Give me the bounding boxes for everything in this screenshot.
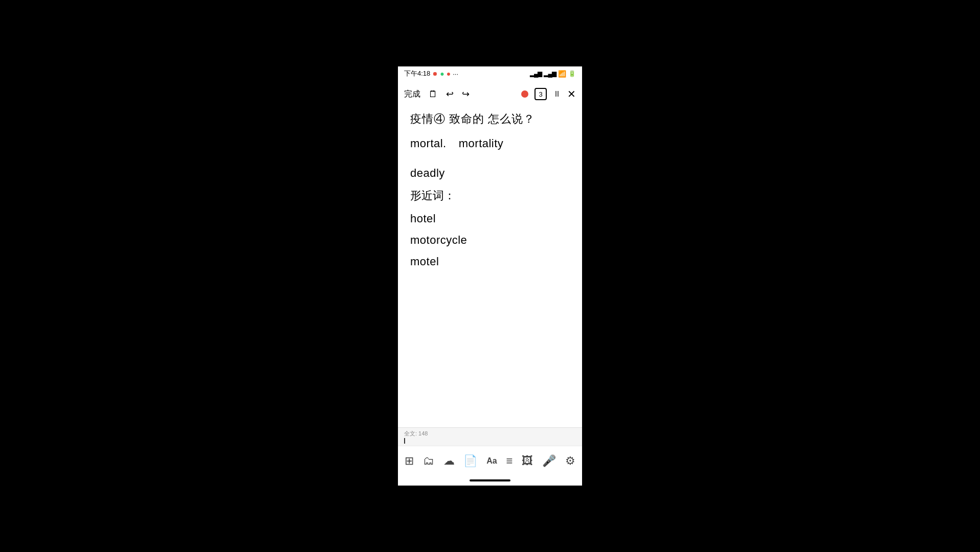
- save-icon[interactable]: 🗒: [429, 89, 438, 100]
- bottom-toolbar: ⊞ 🗂 ☁ 📄 Aa ≡ 🖼 🎤 ⚙: [398, 446, 582, 475]
- card-icon: 🗂: [423, 454, 434, 468]
- done-button[interactable]: 完成: [404, 89, 420, 100]
- status-left: 下午4:18 ⏺ ● ● ···: [404, 69, 458, 78]
- document-title: 疫情④ 致命的 怎么说？: [410, 111, 570, 127]
- wifi-icon: 📶: [558, 70, 566, 78]
- status-dot-red: ●: [447, 70, 451, 78]
- toolbar-right: 3 ⏸ ✕: [521, 88, 576, 100]
- cloud-icon: ☁: [443, 454, 455, 468]
- mortality-word: mortality: [459, 137, 504, 150]
- settings-tool[interactable]: ⚙: [565, 454, 575, 468]
- mic-icon: 🎤: [542, 454, 556, 468]
- page-icon: 📄: [463, 454, 477, 468]
- align-tool[interactable]: ≡: [506, 454, 513, 468]
- cloud-tool[interactable]: ☁: [443, 454, 455, 468]
- document-content[interactable]: 疫情④ 致命的 怎么说？ mortal. mortality deadly 形近…: [398, 107, 582, 427]
- word-count-label: 全文: 148: [404, 430, 428, 438]
- editor-toolbar: 完成 🗒 ↩ ↪ 3 ⏸ ✕: [398, 81, 582, 107]
- toolbar-left: 完成 🗒 ↩ ↪: [404, 88, 470, 100]
- page-tool[interactable]: 📄: [463, 454, 477, 468]
- phone-container: 下午4:18 ⏺ ● ● ··· ▂▄▆ ▂▄▆ 📶 🔋 完成 🗒 ↩ ↪ 3 …: [398, 66, 582, 486]
- mortal-abbr: mortal.: [410, 137, 447, 150]
- status-ellipsis: ···: [453, 70, 458, 78]
- signal-icon2: ▂▄▆: [544, 70, 556, 77]
- home-indicator-bar: [470, 479, 510, 481]
- signal-icon: ▂▄▆: [530, 70, 542, 77]
- align-icon: ≡: [506, 454, 513, 468]
- settings-icon: ⚙: [565, 454, 575, 468]
- mortal-row: mortal. mortality: [410, 137, 570, 158]
- grid-icon: ⊞: [405, 454, 414, 468]
- grid-tool[interactable]: ⊞: [405, 454, 414, 468]
- time-display: 下午4:18: [404, 69, 430, 78]
- status-dot-green: ●: [440, 70, 444, 78]
- battery-icon: 🔋: [568, 70, 576, 77]
- cursor-indicator: [404, 438, 405, 444]
- similar-words-label: 形近词：: [410, 188, 570, 204]
- pause-icon[interactable]: ⏸: [553, 89, 561, 99]
- font-icon: Aa: [486, 456, 497, 466]
- record-dot-icon: [521, 90, 528, 98]
- status-bar: 下午4:18 ⏺ ● ● ··· ▂▄▆ ▂▄▆ 📶 🔋: [398, 66, 582, 81]
- undo-button[interactable]: ↩: [446, 88, 454, 100]
- redo-button[interactable]: ↪: [462, 88, 470, 100]
- card-tool[interactable]: 🗂: [423, 454, 434, 468]
- page-number-badge[interactable]: 3: [534, 88, 547, 100]
- motel-word: motel: [410, 255, 570, 268]
- hotel-word: hotel: [410, 212, 570, 225]
- word-count-bar: 全文: 148: [398, 427, 582, 446]
- mic-tool[interactable]: 🎤: [542, 454, 556, 468]
- image-tool[interactable]: 🖼: [522, 454, 533, 468]
- status-right: ▂▄▆ ▂▄▆ 📶 🔋: [530, 70, 576, 78]
- close-button[interactable]: ✕: [567, 88, 576, 100]
- record-circle-icon: ⏺: [432, 71, 438, 77]
- image-icon: 🖼: [522, 454, 533, 468]
- home-indicator: [398, 475, 582, 486]
- motorcycle-word: motorcycle: [410, 234, 570, 247]
- font-tool[interactable]: Aa: [486, 456, 497, 466]
- deadly-word: deadly: [410, 167, 570, 180]
